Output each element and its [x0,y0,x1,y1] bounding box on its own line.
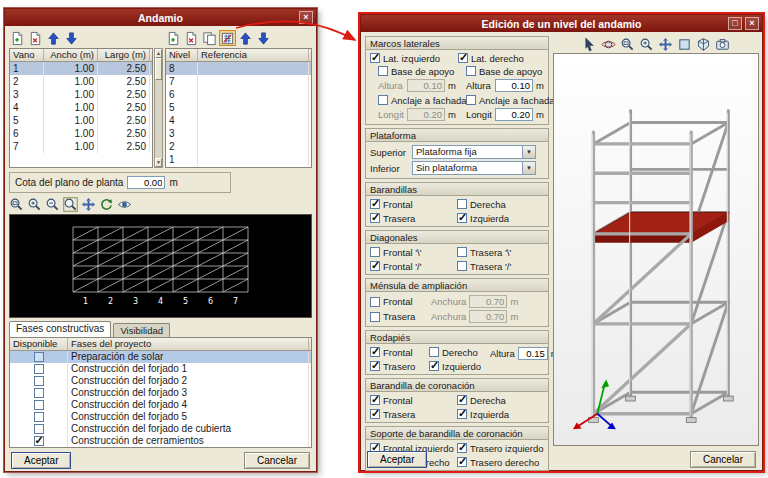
vano-table-row[interactable]: 21.002.50 [10,75,152,88]
aceptar-button[interactable]: Aceptar [367,451,427,468]
fase-row[interactable]: Construcción del forjado 2 [10,375,311,387]
checkbox-item[interactable]: Trasero izquierdo [457,442,544,454]
vano-table-row[interactable]: 71.002.50 [10,140,152,153]
checkbox[interactable] [457,409,467,419]
fase-checkbox[interactable] [34,436,44,446]
checkbox-item[interactable]: Trasero derecho [457,456,544,468]
andamio-titlebar[interactable]: Andamio × [5,9,316,26]
altura-der-input[interactable] [495,79,533,92]
move-down-icon[interactable] [255,30,272,46]
checkbox-item[interactable]: Izquierda [457,408,544,420]
vano-table-row[interactable]: 61.002.50 [10,127,152,140]
checkbox[interactable] [370,395,380,405]
checkbox-item[interactable]: Izquierdo [429,360,488,372]
nivel-table-row[interactable]: 2 [166,140,311,153]
checkbox[interactable] [370,297,380,307]
checkbox-item[interactable]: Derecho [429,346,488,358]
checkbox[interactable] [378,66,388,76]
vano-table-row[interactable]: 41.002.50 [10,101,152,114]
zoom-window-icon[interactable] [619,36,636,52]
altura-izq-input[interactable] [407,79,445,92]
checkbox[interactable] [457,213,467,223]
move-up-icon[interactable] [45,30,62,46]
add-doc-icon[interactable] [165,30,182,46]
aceptar-button[interactable]: Aceptar [11,452,71,469]
redraw-icon[interactable] [98,196,115,212]
nivel-table-row[interactable]: 3 [166,127,311,140]
checkbox[interactable] [429,361,439,371]
nivel-table-row[interactable]: 7 [166,75,311,88]
fase-checkbox[interactable] [34,376,44,386]
checkbox[interactable] [370,361,380,371]
plataforma-inferior-select[interactable]: Sin plataforma ▼ [412,161,536,175]
delete-doc-icon[interactable] [183,30,200,46]
copy-doc-icon[interactable] [201,30,218,46]
fase-row[interactable]: Construcción del forjado 4 [10,399,311,411]
checkbox[interactable] [378,95,388,105]
tab-fases-constructivas[interactable]: Fases constructivas [9,321,111,337]
close-icon[interactable]: × [745,17,759,30]
vano-table-row[interactable]: 51.002.50 [10,114,152,127]
longitud-izq-input[interactable] [407,108,445,121]
fase-checkbox[interactable] [34,424,44,434]
nivel-table-row[interactable]: 4 [166,114,311,127]
move-up-icon[interactable] [237,30,254,46]
nivel-table-row[interactable]: 6 [166,88,311,101]
checkbox[interactable] [466,66,476,76]
checkbox[interactable] [370,213,380,223]
delete-doc-icon[interactable] [27,30,44,46]
checkbox[interactable] [370,347,380,357]
visibility-icon[interactable] [116,196,133,212]
checkbox-item[interactable]: Derecha [457,198,544,210]
checkbox-item[interactable]: Frontal '/' [370,260,457,272]
nivel-table-row[interactable]: 1 [166,153,311,166]
checkbox[interactable] [370,247,380,257]
maximize-icon[interactable]: □ [728,17,742,30]
cancelar-button[interactable]: Cancelar [244,452,310,469]
cancelar-button[interactable]: Cancelar [690,451,756,468]
fase-checkbox[interactable] [34,400,44,410]
checkbox[interactable] [370,409,380,419]
checkbox-item[interactable]: Frontal [370,198,457,210]
checkbox[interactable] [457,457,467,467]
orbit-icon[interactable] [600,36,617,52]
checkbox-item[interactable]: Izquierda [457,212,544,224]
longitud-der-input[interactable] [495,108,533,121]
plataforma-superior-select[interactable]: Plataforma fija ▼ [412,145,536,159]
3d-viewport[interactable] [553,53,759,446]
pointer-icon[interactable] [581,36,598,52]
base-apoyo-izq-checkbox-item[interactable]: Base de apoyo [378,65,456,77]
checkbox[interactable] [457,443,467,453]
scroll-down-icon[interactable]: ▼ [155,158,162,167]
anchura-input[interactable] [469,310,507,323]
anclaje-der-checkbox-item[interactable]: Anclaje a fachada [466,94,544,106]
checkbox-item[interactable]: Derecha [457,394,544,406]
zoom-all-icon[interactable] [62,196,79,212]
checkbox[interactable] [458,53,468,63]
zoom-in-icon[interactable] [26,196,43,212]
fase-checkbox[interactable] [34,412,44,422]
pan-icon[interactable] [657,36,674,52]
checkbox[interactable] [457,247,467,257]
front-view-icon[interactable] [676,36,693,52]
checkbox-item[interactable]: Trasera [370,408,457,420]
checkbox[interactable] [457,395,467,405]
zoom-out-icon[interactable] [44,196,61,212]
checkbox[interactable] [370,199,380,209]
checkbox[interactable] [457,261,467,271]
fase-checkbox[interactable] [34,364,44,374]
checkbox[interactable] [370,312,380,322]
checkbox-item[interactable]: Trasera [370,212,457,224]
fase-row[interactable]: Construcción del forjado 1 [10,363,311,375]
fase-row[interactable]: Construcción de cerramientos [10,435,311,447]
checkbox[interactable] [429,347,439,357]
fase-checkbox[interactable] [34,388,44,398]
axonometric-icon[interactable] [695,36,712,52]
nivel-table-row[interactable]: 8 [166,62,311,75]
fase-row[interactable]: Construcción del forjado de cubierta [10,423,311,435]
nivel-edit-titlebar[interactable]: Edición de un nivel del andamio □ × [361,15,762,32]
vano-table-row[interactable]: 31.002.50 [10,88,152,101]
add-doc-icon[interactable] [9,30,26,46]
cota-input[interactable] [127,176,165,189]
fase-row[interactable]: Construcción del forjado 3 [10,387,311,399]
